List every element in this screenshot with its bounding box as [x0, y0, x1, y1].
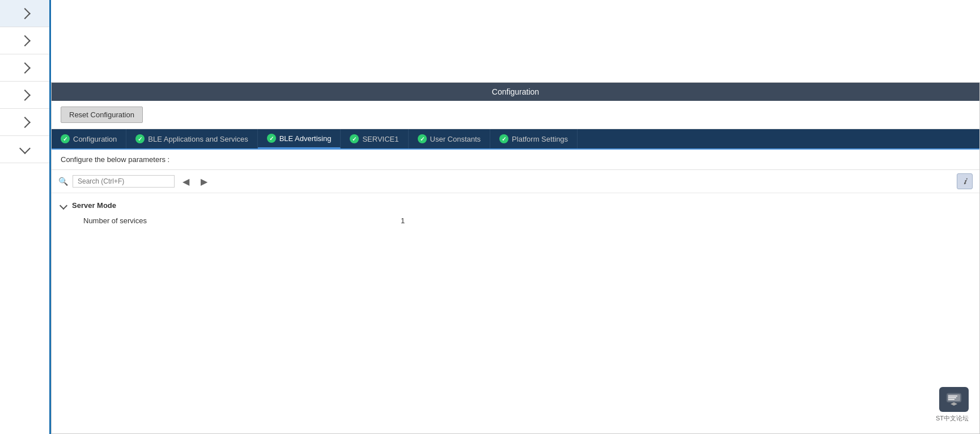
search-bar: 🔍 ◀ ▶ 𝑖	[52, 170, 979, 193]
tab-label-user-constants: User Constants	[430, 135, 481, 143]
sidebar-item-3[interactable]	[0, 54, 49, 82]
chat-label: ST中文论坛	[936, 414, 969, 423]
tab-platform-settings[interactable]: Platform Settings	[490, 129, 578, 148]
tab-label-configuration: Configuration	[73, 135, 117, 143]
config-header: Configuration	[52, 83, 979, 101]
param-row-number-of-services: Number of services 1	[61, 213, 970, 228]
svg-marker-5	[951, 402, 957, 406]
tab-label-platform-settings: Platform Settings	[512, 135, 568, 143]
config-panel: Configuration Reset Configuration Config…	[51, 82, 980, 434]
tab-configuration[interactable]: Configuration	[52, 129, 126, 148]
search-icon: 🔍	[58, 177, 68, 186]
main-content: Configuration Reset Configuration Config…	[51, 0, 980, 434]
param-value-number-of-services: 1	[401, 216, 405, 225]
tab-check-service1	[350, 134, 359, 143]
configure-label: Configure the below parameters :	[52, 150, 979, 170]
next-nav-button[interactable]: ▶	[197, 175, 211, 188]
tab-service1[interactable]: SERVICE1	[341, 129, 408, 148]
section-server-mode-label: Server Mode	[72, 201, 116, 210]
params-content: Server Mode Number of services 1	[52, 193, 979, 433]
tab-check-configuration	[61, 134, 70, 143]
sidebar-item-1[interactable]	[0, 0, 49, 27]
section-chevron-down	[60, 201, 67, 209]
chevron-right-icon	[19, 90, 31, 101]
tab-user-constants[interactable]: User Constants	[409, 129, 491, 148]
tabs-bar: Configuration BLE Applications and Servi…	[52, 129, 979, 150]
prev-nav-button[interactable]: ◀	[179, 175, 193, 188]
chevron-right-icon	[19, 35, 31, 46]
config-header-label: Configuration	[492, 87, 539, 96]
tab-check-ble-apps	[135, 134, 145, 143]
section-server-mode[interactable]: Server Mode	[61, 198, 970, 213]
search-input[interactable]	[73, 175, 175, 188]
sidebar	[0, 0, 51, 434]
tab-check-ble-advertising	[267, 134, 276, 143]
tab-label-ble-advertising: BLE Advertising	[279, 134, 332, 143]
param-label-number-of-services: Number of services	[83, 216, 401, 225]
chat-button[interactable]	[939, 387, 969, 412]
top-area	[51, 0, 980, 82]
chevron-right-icon	[19, 62, 31, 74]
reset-area: Reset Configuration	[52, 101, 979, 129]
tab-ble-apps[interactable]: BLE Applications and Services	[126, 129, 257, 148]
sidebar-item-5[interactable]	[0, 109, 49, 136]
reset-configuration-button[interactable]: Reset Configuration	[61, 107, 143, 123]
tab-label-ble-apps: BLE Applications and Services	[148, 135, 248, 143]
sidebar-item-4[interactable]	[0, 82, 49, 109]
tab-label-service1: SERVICE1	[362, 135, 398, 143]
tab-check-user-constants	[418, 134, 427, 143]
chevron-down-icon	[19, 143, 31, 154]
tab-ble-advertising[interactable]: BLE Advertising	[258, 129, 341, 148]
tab-check-platform-settings	[499, 134, 508, 143]
chevron-right-icon	[19, 8, 31, 19]
sidebar-item-2[interactable]	[0, 27, 49, 54]
chat-widget: ST中文论坛	[936, 387, 969, 423]
sidebar-item-6[interactable]	[0, 136, 49, 163]
info-button[interactable]: 𝑖	[957, 173, 973, 189]
chevron-right-icon	[19, 117, 31, 128]
